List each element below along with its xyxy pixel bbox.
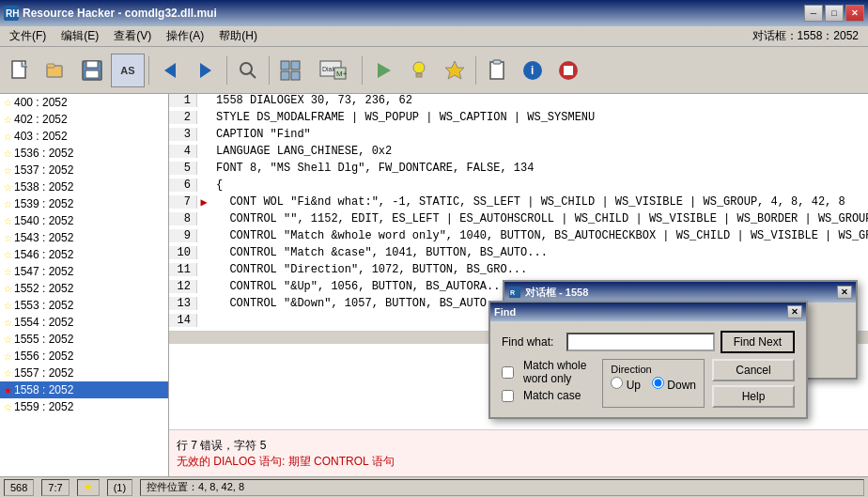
sidebar-label-1543: 1543 : 2052 [14,231,73,244]
sidebar-item-400[interactable]: ☆ 400 : 2052 [0,94,168,111]
sidebar-item-1555[interactable]: ☆ 1555 : 2052 [0,331,168,348]
maximize-button[interactable]: □ [825,5,844,22]
line-number-7: 7 [169,195,197,209]
menu-help[interactable]: 帮助(H) [211,26,265,46]
sidebar-item-1547[interactable]: ☆ 1547 : 2052 [0,263,168,280]
code-line-6: 6{ [169,179,868,195]
svg-rect-14 [281,71,289,80]
line-content-10: CONTROL "Match &case", 1041, BUTTON, BS_… [210,246,868,259]
svg-rect-6 [86,61,98,68]
menu-file[interactable]: 文件(F) [2,26,54,46]
error-line1: 行 7 错误，字符 5 [177,438,860,454]
toolbar-stop[interactable] [551,54,585,87]
sidebar-label-1552: 1552 : 2052 [14,282,73,295]
menu-view[interactable]: 查看(V) [106,26,159,46]
toolbar-open[interactable] [39,54,73,87]
find-what-input[interactable] [566,333,715,351]
sidebar-label-403: 403 : 2052 [14,130,68,143]
error-area: 行 7 错误，字符 5 无效的 DIALOG 语句: 期望 CONTROL 语句 [169,429,868,476]
direction-options: Up Down [611,377,696,392]
toolbar-grid[interactable] [273,54,307,87]
menu-bar: 文件(F) 编辑(E) 查看(V) 操作(A) 帮助(H) 对话框：1558：2… [0,26,868,47]
toolbar-sep-5 [475,56,476,85]
svg-rect-13 [291,61,300,70]
sidebar-star-1536: ☆ [4,148,12,159]
minimize-button[interactable]: ─ [804,5,823,22]
sidebar-item-1556[interactable]: ☆ 1556 : 2052 [0,348,168,365]
toolbar-search[interactable] [231,54,265,87]
dialog-1558-close[interactable]: ✕ [837,286,852,299]
menu-edit[interactable]: 编辑(E) [54,26,106,46]
code-line-2: 2STYLE DS_MODALFRAME | WS_POPUP | WS_CAP… [169,111,868,128]
line-content-4: LANGUAGE LANG_CHINESE, 0x2 [210,145,868,158]
code-line-1: 11558 DIALOGEX 30, 73, 236, 62 [169,94,868,111]
line-number-1: 1 [169,94,197,107]
dialog-1558-titlebar: R 对话框 - 1558 ✕ [504,282,856,303]
line-number-8: 8 [169,212,197,225]
match-case-checkbox[interactable] [502,390,514,402]
find-right-buttons: Cancel Help [712,359,795,408]
window-controls: ─ □ ✕ [804,5,864,22]
app-icon: RH [4,6,19,21]
cancel-button[interactable]: Cancel [712,359,795,381]
up-radio[interactable] [611,377,623,389]
find-dialog[interactable]: Find ✕ Find what: Find Next Match whole … [488,301,808,419]
up-radio-label: Up [611,377,641,392]
sidebar-item-1540[interactable]: ☆ 1540 : 2052 [0,212,168,229]
find-next-button[interactable]: Find Next [721,331,795,353]
sidebar-item-1536[interactable]: ☆ 1536 : 2052 [0,145,168,162]
toolbar-star[interactable] [438,54,472,87]
line-content-2: STYLE DS_MODALFRAME | WS_POPUP | WS_CAPT… [210,111,868,124]
sidebar-items-container: ☆ 400 : 2052☆ 402 : 2052☆ 403 : 2052☆ 15… [0,94,168,415]
toolbar-info[interactable]: i [516,54,550,87]
close-button[interactable]: ✕ [845,5,864,22]
line-number-2: 2 [169,111,197,124]
sidebar-item-1537[interactable]: ☆ 1537 : 2052 [0,162,168,179]
sidebar-item-1558[interactable]: ★ 1558 : 2052 [0,381,168,398]
line-number-13: 13 [169,297,197,310]
line-arrow-7: ▶ [197,195,210,210]
sidebar-item-1546[interactable]: ☆ 1546 : 2052 [0,246,168,263]
toolbar-back[interactable] [153,54,187,87]
toolbar-clipboard[interactable] [480,54,514,87]
toolbar-forward[interactable] [189,54,223,87]
find-dialog-close[interactable]: ✕ [787,305,802,318]
up-label: Up [627,379,641,392]
line-number-10: 10 [169,246,197,259]
toolbar-play[interactable] [366,54,400,87]
sidebar-star-1540: ☆ [4,216,12,226]
toolbar-bulb[interactable] [402,54,436,87]
title-bar: RH Resource Hacker - comdlg32.dll.mui ─ … [0,0,868,26]
sidebar-item-403[interactable]: ☆ 403 : 2052 [0,128,168,145]
help-button[interactable]: Help [712,385,795,408]
find-checkboxes: Match whole word only Match case [502,359,595,408]
sidebar-item-1559[interactable]: ☆ 1559 : 2052 [0,398,168,415]
sidebar-item-1553[interactable]: ☆ 1553 : 2052 [0,297,168,314]
svg-marker-20 [378,63,391,78]
sidebar-star-1539: ☆ [4,199,12,210]
sidebar-item-1539[interactable]: ☆ 1539 : 2052 [0,195,168,212]
status-icon: ★ [77,479,100,496]
sidebar-item-1543[interactable]: ☆ 1543 : 2052 [0,229,168,246]
toolbar-as[interactable]: AS [111,54,145,87]
sidebar-label-1557: 1557 : 2052 [14,366,73,380]
svg-rect-25 [493,60,501,64]
sidebar-item-1554[interactable]: ☆ 1554 : 2052 [0,314,168,331]
toolbar-new[interactable] [4,54,38,87]
sidebar-item-1538[interactable]: ☆ 1538 : 2052 [0,179,168,195]
line-number-3: 3 [169,128,197,141]
down-radio-label: Down [652,377,696,392]
sidebar-item-1557[interactable]: ☆ 1557 : 2052 [0,365,168,381]
sidebar-label-1538: 1538 : 2052 [14,180,73,194]
toolbar-dialog[interactable]: DialogM+ [309,54,358,87]
sidebar-item-1552[interactable]: ☆ 1552 : 2052 [0,280,168,297]
menu-action[interactable]: 操作(A) [159,26,211,46]
status-info1: (1) [107,479,132,496]
sidebar-star-1546: ☆ [4,250,12,260]
sidebar-item-402[interactable]: ☆ 402 : 2052 [0,111,168,128]
down-radio[interactable] [652,377,664,389]
sidebar-label-1559: 1559 : 2052 [14,400,73,413]
toolbar-save[interactable] [75,54,109,87]
match-whole-word-checkbox[interactable] [502,366,514,379]
svg-text:i: i [531,64,534,77]
